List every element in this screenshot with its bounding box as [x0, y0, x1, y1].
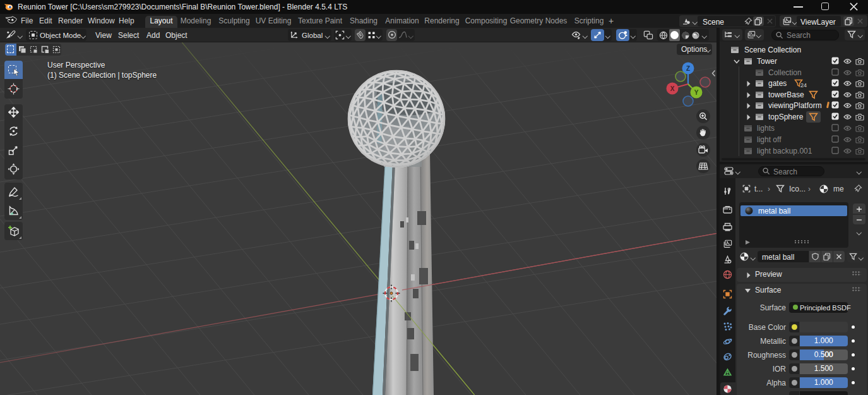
svg-text:Y: Y — [694, 89, 699, 96]
svg-text:X: X — [670, 85, 675, 92]
svg-text:Z: Z — [686, 65, 690, 72]
